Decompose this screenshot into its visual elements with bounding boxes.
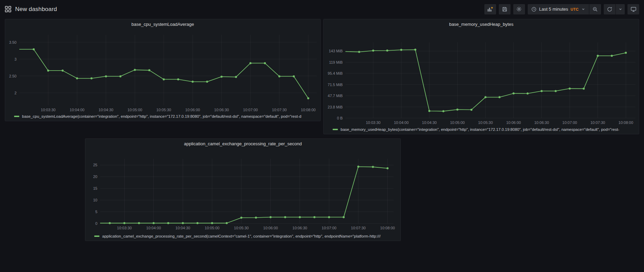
- data-point[interactable]: [119, 75, 121, 77]
- y-axis-tick-label: 71.5 MiB: [328, 83, 343, 87]
- x-axis-tick-label: 10:03:30: [366, 121, 380, 125]
- data-point[interactable]: [513, 92, 515, 94]
- data-point[interactable]: [109, 222, 111, 224]
- data-point[interactable]: [182, 222, 184, 224]
- data-point[interactable]: [196, 222, 198, 224]
- data-point[interactable]: [163, 78, 165, 80]
- x-axis-tick-label: 10:04:30: [422, 121, 437, 125]
- legend-series-label[interactable]: base_memory_usedHeap_bytes{container="in…: [341, 127, 619, 132]
- data-point[interactable]: [583, 88, 585, 90]
- x-axis-tick-label: 10:05:00: [205, 226, 219, 230]
- data-point[interactable]: [527, 93, 529, 95]
- data-point[interactable]: [358, 51, 360, 53]
- data-point[interactable]: [153, 222, 155, 224]
- legend-series-label[interactable]: base_cpu_systemLoadAverage{container="in…: [22, 114, 301, 118]
- time-range-label: Last 5 minutes: [539, 7, 568, 12]
- data-point[interactable]: [313, 216, 315, 218]
- data-point[interactable]: [498, 96, 501, 98]
- data-point[interactable]: [278, 75, 280, 77]
- x-axis-tick-label: 10:06:30: [214, 108, 229, 112]
- data-point[interactable]: [357, 166, 359, 168]
- data-point[interactable]: [428, 110, 430, 112]
- monitor-icon: [631, 6, 636, 12]
- data-point[interactable]: [206, 81, 208, 83]
- data-point[interactable]: [138, 222, 140, 224]
- data-point[interactable]: [167, 222, 169, 224]
- legend-series-label[interactable]: application_camel_exchange_processing_ra…: [102, 234, 380, 238]
- data-point[interactable]: [105, 75, 107, 77]
- data-point[interactable]: [124, 222, 126, 224]
- data-point[interactable]: [597, 55, 599, 57]
- save-dashboard-button[interactable]: [499, 4, 511, 14]
- dashboard-settings-button[interactable]: [513, 4, 525, 14]
- data-point[interactable]: [611, 55, 613, 57]
- x-axis-tick-label: 10:03:30: [41, 108, 56, 112]
- cycle-view-mode-button[interactable]: [627, 4, 639, 14]
- data-point[interactable]: [226, 222, 228, 224]
- series-line[interactable]: [100, 167, 388, 223]
- data-point[interactable]: [211, 222, 213, 224]
- data-point[interactable]: [240, 217, 243, 219]
- data-point[interactable]: [33, 48, 35, 50]
- x-axis-tick-label: 10:07:30: [351, 226, 366, 230]
- x-axis-tick-label: 10:06:30: [534, 121, 549, 125]
- data-point[interactable]: [555, 90, 557, 92]
- x-axis-tick-label: 10:08:00: [619, 121, 633, 125]
- data-point[interactable]: [569, 87, 571, 90]
- data-point[interactable]: [400, 49, 402, 51]
- data-point[interactable]: [62, 70, 64, 72]
- data-point[interactable]: [372, 50, 374, 52]
- refresh-button[interactable]: [604, 4, 615, 14]
- data-point[interactable]: [307, 97, 309, 99]
- y-axis-tick-label: 23.8 MiB: [328, 105, 343, 109]
- x-axis-tick-label: 10:08:00: [301, 108, 316, 112]
- data-point[interactable]: [221, 76, 223, 78]
- gear-icon: [516, 6, 522, 12]
- data-point[interactable]: [270, 216, 272, 218]
- memory-heap-chart: 10:03:3010:04:0010:04:3010:05:0010:05:30…: [324, 19, 640, 135]
- data-point[interactable]: [457, 108, 459, 111]
- time-range-picker-button[interactable]: Last 5 minutes UTC: [528, 4, 589, 14]
- data-point[interactable]: [148, 69, 150, 71]
- data-point[interactable]: [442, 110, 444, 112]
- data-point[interactable]: [284, 216, 286, 218]
- save-icon: [502, 7, 507, 12]
- x-axis-tick-label: 10:05:30: [157, 108, 171, 112]
- data-point[interactable]: [134, 69, 136, 71]
- chevron-down-icon: [618, 7, 623, 11]
- data-point[interactable]: [386, 50, 388, 52]
- data-point[interactable]: [264, 62, 266, 64]
- data-point[interactable]: [255, 217, 257, 219]
- data-point[interactable]: [293, 75, 295, 77]
- y-axis-tick-label: 20: [93, 175, 97, 179]
- x-axis-tick-label: 10:03:30: [117, 226, 132, 230]
- data-point[interactable]: [177, 78, 179, 80]
- data-point[interactable]: [540, 90, 543, 92]
- data-point[interactable]: [192, 81, 194, 83]
- x-axis-tick-label: 10:05:00: [450, 121, 465, 125]
- data-point[interactable]: [76, 77, 78, 80]
- data-point[interactable]: [484, 96, 486, 98]
- camel-rate-chart: 10:03:3010:04:0010:04:3010:05:0010:05:30…: [85, 139, 401, 241]
- add-panel-button[interactable]: [484, 4, 496, 14]
- data-point[interactable]: [235, 76, 237, 78]
- data-point[interactable]: [47, 70, 49, 72]
- data-point[interactable]: [90, 77, 93, 80]
- data-point[interactable]: [249, 62, 251, 64]
- data-point[interactable]: [387, 167, 389, 169]
- refresh-interval-dropdown[interactable]: [616, 4, 625, 14]
- data-point[interactable]: [299, 216, 301, 218]
- data-point[interactable]: [372, 166, 374, 168]
- data-point[interactable]: [343, 216, 345, 218]
- data-point[interactable]: [625, 52, 627, 54]
- x-axis-tick-label: 10:06:00: [185, 108, 200, 112]
- x-axis-tick-label: 10:05:00: [128, 108, 142, 112]
- dashboard-header: New dashboard: [0, 0, 644, 18]
- y-axis-tick-label: 0: [95, 221, 97, 226]
- zoom-out-button[interactable]: [589, 4, 601, 14]
- data-point[interactable]: [470, 109, 472, 111]
- data-point[interactable]: [414, 49, 416, 51]
- data-point[interactable]: [328, 216, 330, 218]
- x-axis-tick-label: 10:04:30: [175, 226, 190, 230]
- dashboard-title[interactable]: New dashboard: [15, 6, 57, 13]
